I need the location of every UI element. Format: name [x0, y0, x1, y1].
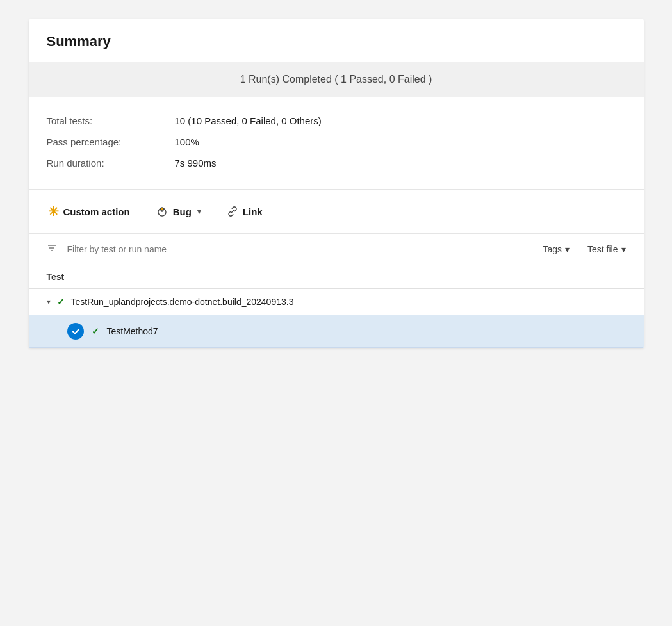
test-run-row[interactable]: ▾ ✓ TestRun_uplandprojects.demo-dotnet.b… [29, 289, 644, 315]
filter-icon [47, 243, 57, 256]
table-header: Test [29, 265, 644, 289]
bug-button[interactable]: Bug ▾ [154, 202, 202, 220]
column-test-header: Test [47, 272, 65, 282]
asterisk-icon: ✳ [48, 204, 59, 219]
filter-input[interactable] [67, 244, 533, 254]
test-method-name: TestMethod7 [107, 326, 158, 336]
svg-point-2 [161, 208, 162, 210]
link-icon [227, 206, 238, 217]
pass-pct-value: 100% [175, 136, 199, 147]
run-duration-label: Run duration: [47, 158, 175, 169]
expand-button[interactable]: ▾ [47, 297, 51, 306]
method-pass-icon: ✓ [92, 326, 99, 336]
page-title: Summary [29, 19, 644, 62]
test-method-row[interactable]: ✓ TestMethod7 [29, 315, 644, 348]
tags-filter-button[interactable]: Tags ▾ [543, 244, 570, 254]
link-button[interactable]: Link [225, 203, 264, 220]
total-tests-label: Total tests: [47, 115, 175, 126]
link-label: Link [243, 206, 263, 217]
filter-bar: Tags ▾ Test file ▾ [29, 234, 644, 265]
test-run-name: TestRun_uplandprojects.demo-dotnet.build… [71, 297, 294, 307]
stats-section: Total tests: 10 (10 Passed, 0 Failed, 0 … [29, 97, 644, 190]
actions-bar: ✳ Custom action Bug ▾ [29, 190, 644, 234]
pass-pct-label: Pass percentage: [47, 136, 175, 147]
run-duration-row: Run duration: 7s 990ms [47, 152, 626, 174]
filter-options: Tags ▾ Test file ▾ [543, 244, 625, 254]
test-file-chevron-icon: ▾ [621, 244, 626, 254]
test-file-label: Test file [587, 244, 618, 254]
total-tests-row: Total tests: 10 (10 Passed, 0 Failed, 0 … [47, 110, 626, 131]
custom-action-label: Custom action [63, 206, 130, 217]
tags-chevron-icon: ▾ [565, 244, 570, 254]
bug-label: Bug [173, 206, 192, 217]
pass-check-icon: ✓ [57, 297, 65, 307]
runs-banner: 1 Run(s) Completed ( 1 Passed, 0 Failed … [29, 62, 644, 97]
test-file-filter-button[interactable]: Test file ▾ [587, 244, 625, 254]
pass-pct-row: Pass percentage: 100% [47, 131, 626, 152]
total-tests-value: 10 (10 Passed, 0 Failed, 0 Others) [175, 115, 322, 126]
run-duration-value: 7s 990ms [175, 158, 217, 169]
main-card: Summary 1 Run(s) Completed ( 1 Passed, 0… [29, 19, 644, 348]
bug-chevron-icon: ▾ [197, 208, 201, 216]
tags-label: Tags [543, 244, 562, 254]
method-selected-icon [67, 323, 84, 340]
bug-icon [156, 205, 168, 218]
custom-action-button[interactable]: ✳ Custom action [47, 201, 131, 222]
